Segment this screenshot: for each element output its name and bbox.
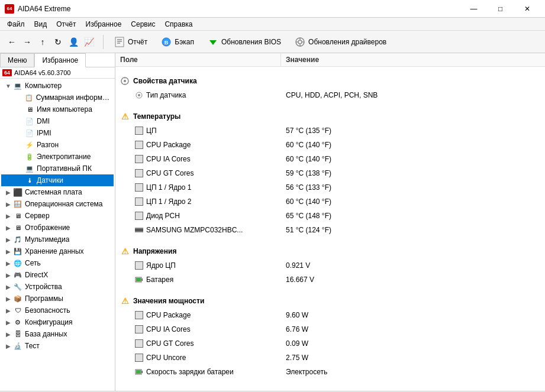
tree-item-computer[interactable]: ▼ 💻 Компьютер	[1, 80, 114, 92]
database-label: База данных	[25, 330, 67, 338]
menu-favorites[interactable]: Избранное	[81, 19, 127, 30]
tree-item-ipmi[interactable]: 📄 IPMI	[1, 127, 114, 139]
programs-icon: 📦	[13, 294, 22, 303]
portable-label: Портативный ПК	[37, 164, 92, 173]
charging-speed-value: Электросеть	[281, 367, 545, 377]
menu-service[interactable]: Сервис	[126, 19, 160, 30]
temp-package-field: CPU Package	[146, 141, 191, 149]
tree-item-network[interactable]: ▶ 🌐 Сеть	[1, 257, 114, 269]
tree-item-power[interactable]: 🔋 Электропитание	[1, 151, 114, 163]
up-button[interactable]: ↑	[36, 35, 50, 49]
tree-item-os[interactable]: ▶ 🪟 Операционная система	[1, 198, 114, 210]
profile-button[interactable]: 👤	[66, 35, 80, 49]
title-bar: 64 AIDA64 Extreme — □ ✕	[0, 0, 545, 18]
temp-gt-cores-icon	[134, 169, 144, 178]
tree-item-portable[interactable]: 💻 Портативный ПК	[1, 163, 114, 174]
backup-button[interactable]: B Бэкап	[155, 33, 199, 51]
directx-icon: 🎮	[13, 270, 22, 280]
power-package-value: 9.60 W	[281, 310, 545, 320]
tree-item-server[interactable]: ▶ 🖥 Сервер	[1, 210, 114, 222]
storage-icon: 💾	[13, 247, 22, 256]
section-power-title: Значения мощности	[133, 297, 204, 305]
toggle-display: ▶	[4, 225, 13, 231]
maximize-button[interactable]: □	[487, 0, 514, 18]
menu-help[interactable]: Справка	[160, 19, 197, 30]
svg-text:B: B	[165, 40, 169, 46]
tree-item-dmi[interactable]: 📄 DMI	[1, 115, 114, 127]
tree-item-summary[interactable]: 📋 Суммарная информация	[1, 92, 114, 103]
row-sensor-type: Тип датчика CPU, HDD, ACPI, PCH, SNB	[115, 88, 545, 102]
server-icon: 🖥	[13, 211, 22, 221]
row-power-gt-cores: CPU GT Cores 0.09 W	[115, 336, 545, 351]
config-label: Конфигурация	[25, 318, 73, 326]
row-power-package: CPU Package 9.60 W	[115, 308, 545, 322]
report-button[interactable]: Отчёт	[108, 33, 153, 51]
svg-point-18	[138, 94, 140, 96]
tree-item-multimedia[interactable]: ▶ 🎵 Мультимедиа	[1, 234, 114, 245]
temp-pch-field: Диод PCH	[146, 212, 180, 220]
power-uncore-field: CPU Uncore	[146, 354, 186, 362]
close-button[interactable]: ✕	[514, 0, 540, 18]
power-icon: 🔋	[25, 152, 34, 161]
tree-item-sensors[interactable]: 🌡 Датчики	[1, 174, 114, 186]
bios-update-button[interactable]: Обновления BIOS	[202, 33, 286, 51]
report-label: Отчёт	[128, 38, 147, 46]
dmi-icon: 📄	[25, 116, 34, 126]
toggle-database: ▶	[4, 331, 13, 338]
tab-favorites[interactable]: Избранное	[34, 53, 86, 67]
tree-item-devices[interactable]: ▶ 🔧 Устройства	[1, 281, 114, 293]
menu-report[interactable]: Отчёт	[51, 19, 80, 30]
svg-rect-24	[136, 278, 141, 281]
directx-label: DirectX	[25, 271, 48, 279]
temp-core2-value: 60 °C (140 °F)	[281, 196, 545, 207]
config-icon: ⚙	[13, 318, 22, 327]
tree-item-programs[interactable]: ▶ 📦 Программы	[1, 293, 114, 304]
temp-samsung-field: SAMSUNG MZMPC032HBC...	[146, 226, 243, 234]
tree-item-security[interactable]: ▶ 🛡 Безопасность	[1, 304, 114, 316]
backup-icon: B	[160, 36, 172, 48]
toolbar: ← → ↑ ↻ 👤 📈 Отчёт B Бэкап Обновления BIO…	[0, 31, 545, 53]
power-package-icon	[134, 310, 144, 320]
temp-ia-cores-value: 60 °C (140 °F)	[281, 154, 545, 164]
tree-item-directx[interactable]: ▶ 🎮 DirectX	[1, 269, 114, 281]
app-icon: 64	[5, 4, 14, 14]
tree-item-computer-name[interactable]: 🖥 Имя компьютера	[1, 103, 114, 115]
security-icon: 🛡	[13, 306, 22, 315]
sensor-type-icon	[134, 90, 144, 100]
section-sensor-props: Свойства датчика	[115, 72, 545, 88]
chart-button[interactable]: 📈	[82, 35, 96, 49]
network-icon: 🌐	[13, 258, 22, 268]
power-gt-cores-icon	[134, 339, 144, 348]
tree-item-motherboard[interactable]: ▶ ⬛ Системная плата	[1, 186, 114, 198]
row-temp-package: CPU Package 60 °C (140 °F)	[115, 138, 545, 152]
database-icon: 🗄	[13, 329, 22, 339]
temp-core1-icon	[134, 183, 144, 192]
tree-item-config[interactable]: ▶ ⚙ Конфигурация	[1, 316, 114, 328]
tree-item-storage[interactable]: ▶ 💾 Хранение данных	[1, 245, 114, 257]
main-layout: Меню Избранное 64 AIDA64 v5.60.3700 ▼ 💻 …	[0, 53, 545, 391]
tree-item-display[interactable]: ▶ 🖥 Отображение	[1, 222, 114, 234]
menu-file[interactable]: Файл	[2, 19, 30, 30]
minimize-button[interactable]: —	[460, 0, 487, 18]
temp-samsung-icon	[134, 225, 144, 235]
display-label: Отображение	[25, 223, 70, 232]
portable-icon: 💻	[25, 164, 34, 173]
svg-rect-20	[135, 228, 143, 229]
driver-update-button[interactable]: Обновления драйверов	[289, 33, 392, 51]
forward-button[interactable]: →	[20, 35, 34, 49]
voltage-battery-value: 16.667 V	[281, 274, 545, 285]
tab-menu[interactable]: Меню	[0, 53, 34, 67]
bios-update-label: Обновления BIOS	[221, 38, 281, 46]
field-column-header: Поле	[115, 53, 281, 66]
menu-view[interactable]: Вид	[30, 19, 52, 30]
summary-icon: 📋	[24, 93, 34, 102]
refresh-button[interactable]: ↻	[51, 35, 65, 49]
devices-label: Устройства	[25, 283, 62, 291]
tree-item-test[interactable]: ▶ 🔬 Тест	[1, 340, 114, 352]
back-button[interactable]: ←	[5, 35, 19, 49]
temperatures-icon: ⚠	[120, 112, 130, 121]
tree-item-database[interactable]: ▶ 🗄 База данных	[1, 328, 114, 340]
right-panel: Поле Значение Свойства датчика Тип датчи…	[115, 53, 545, 391]
tree-item-overclocking[interactable]: ⚡ Разгон	[1, 139, 114, 151]
row-temp-core2: ЦП 1 / Ядро 2 60 °C (140 °F)	[115, 195, 545, 209]
